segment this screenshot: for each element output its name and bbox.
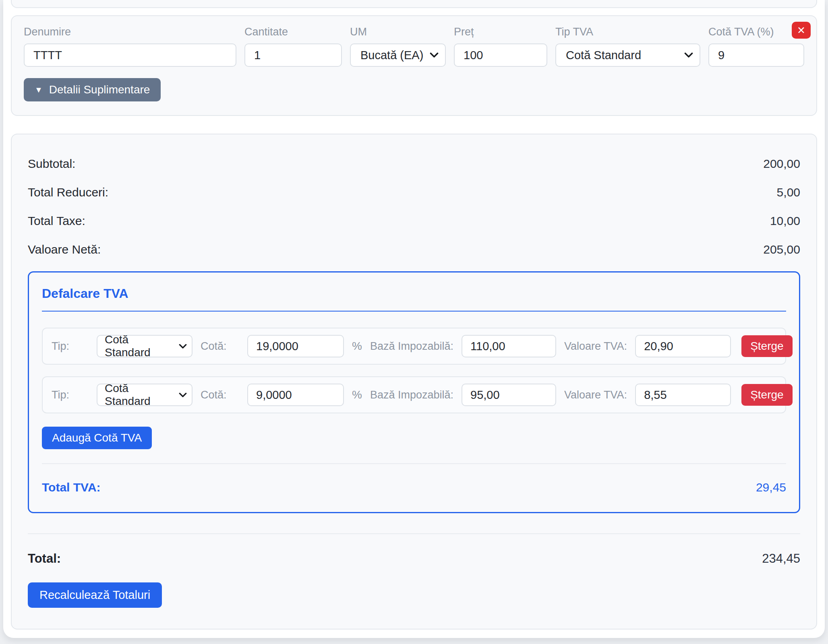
grand-total-value: 234,45 [762,551,800,566]
baza-impozabila-label: Bază Impozabilă: [370,389,453,401]
tva-divider [42,463,786,464]
field-um: UM Bucată (EA) [350,26,446,67]
adauga-cota-tva-button[interactable]: Adaugă Cotă TVA [42,427,152,449]
tva-tip-select[interactable]: Cotă Standard [97,335,193,357]
sterge-button[interactable]: Șterge [741,384,793,406]
subtotal-row: Subtotal: 200,00 [28,157,800,171]
chevron-down-icon [430,52,439,58]
tva-cota-input[interactable] [247,335,344,357]
totals-card: Subtotal: 200,00 Total Reduceri: 5,00 To… [11,134,817,630]
um-select-value: Bucată (EA) [360,49,423,62]
valoare-neta-label: Valoare Netă: [28,243,101,256]
chevron-down-icon [179,392,187,398]
field-denumire: Denumire [24,26,236,67]
tip-label: Tip: [52,340,89,353]
total-reduceri-value: 5,00 [777,186,800,199]
field-cota-tva: Cotă TVA (%) [708,26,804,67]
valoare-tva-input[interactable] [635,384,731,406]
subtotal-label: Subtotal: [28,157,75,171]
remove-item-button[interactable]: ✕ [792,22,811,39]
tva-cota-input[interactable] [247,384,344,406]
valoare-tva-label: Valoare TVA: [564,389,627,401]
total-reduceri-row: Total Reduceri: 5,00 [28,186,800,199]
grand-total-label: Total: [28,551,61,566]
field-pret: Preț [454,26,547,67]
tip-label: Tip: [52,389,89,401]
pret-input[interactable] [454,43,547,67]
cantitate-label: Cantitate [244,26,342,38]
cota-tva-label: Cotă TVA (%) [708,26,804,38]
total-tva-row: Total TVA: 29,45 [42,481,786,494]
recalculeaza-totaluri-button[interactable]: Recalculează Totaluri [28,582,162,608]
tva-tip-select-value: Cotă Standard [105,382,174,408]
total-taxe-row: Total Taxe: 10,00 [28,214,800,228]
valoare-neta-row: Valoare Netă: 205,00 [28,243,800,256]
cota-tva-input[interactable] [708,43,804,67]
detalii-suplimentare-label: Detalii Suplimentare [49,83,150,96]
tip-tva-label: Tip TVA [555,26,700,38]
subtotal-value: 200,00 [763,157,800,171]
cota-label: Cotă: [201,389,239,401]
caret-down-icon: ▼ [35,86,43,94]
percent-sign: % [352,340,362,353]
sterge-button[interactable]: Șterge [741,335,793,357]
baza-impozabila-input[interactable] [462,335,556,357]
item-fields-row: Denumire Cantitate UM Bucată (EA) Preț T… [24,26,804,67]
total-divider [28,533,800,534]
um-select[interactable]: Bucată (EA) [350,43,446,67]
baza-impozabila-label: Bază Impozabilă: [370,340,453,353]
chevron-down-icon [179,344,187,349]
tva-tip-select[interactable]: Cotă Standard [97,384,193,406]
tva-tip-select-value: Cotă Standard [105,333,174,359]
tip-tva-select[interactable]: Cotă Standard [555,43,700,67]
tip-tva-select-value: Cotă Standard [566,49,641,62]
pret-label: Preț [454,26,547,38]
valoare-tva-input[interactable] [635,335,731,357]
field-tip-tva: Tip TVA Cotă Standard [555,26,700,67]
percent-sign: % [352,388,362,401]
valoare-tva-label: Valoare TVA: [564,340,627,353]
total-tva-value: 29,45 [756,481,786,494]
chevron-down-icon [684,52,693,58]
tva-row: Tip: Cotă Standard Cotă: % Bază Impozabi… [42,328,786,365]
total-tva-label: Total TVA: [42,481,101,494]
total-taxe-label: Total Taxe: [28,214,85,228]
content-panel: ✕ Denumire Cantitate UM Bucată (EA) Preț [3,0,825,638]
total-reduceri-label: Total Reduceri: [28,186,108,199]
previous-card-bottom-edge [11,0,817,8]
baza-impozabila-input[interactable] [462,384,556,406]
defalcare-tva-title: Defalcare TVA [42,286,786,312]
invoice-item-card: ✕ Denumire Cantitate UM Bucată (EA) Preț [11,15,817,116]
tva-row: Tip: Cotă Standard Cotă: % Bază Impozabi… [42,376,786,413]
defalcare-tva-box: Defalcare TVA Tip: Cotă Standard Cotă: %… [28,271,800,513]
denumire-label: Denumire [24,26,236,38]
denumire-input[interactable] [24,43,236,67]
grand-total-row: Total: 234,45 [28,551,800,566]
valoare-neta-value: 205,00 [763,243,800,256]
field-cantitate: Cantitate [244,26,342,67]
close-icon: ✕ [797,25,805,35]
um-label: UM [350,26,446,38]
detalii-suplimentare-button[interactable]: ▼ Detalii Suplimentare [24,78,161,101]
cota-label: Cotă: [201,340,239,353]
total-taxe-value: 10,00 [770,214,800,228]
cantitate-input[interactable] [244,43,342,67]
